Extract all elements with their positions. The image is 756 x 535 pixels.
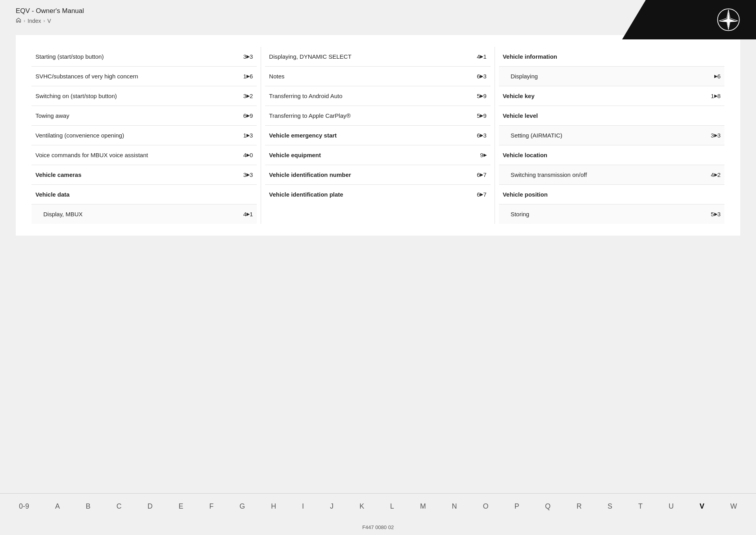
alpha-A[interactable]: A — [52, 501, 63, 512]
main-content: Starting (start/stop button) 3▶3 SVHC/su… — [16, 35, 740, 236]
alpha-O[interactable]: O — [480, 501, 491, 512]
alpha-Q[interactable]: Q — [542, 501, 554, 512]
alpha-C[interactable]: C — [113, 501, 125, 512]
breadcrumb-current: V — [47, 18, 51, 24]
alpha-W[interactable]: W — [727, 501, 740, 512]
alpha-T[interactable]: T — [635, 501, 646, 512]
breadcrumb-sep-1: › — [24, 18, 25, 24]
col-3: Vehicle information Displaying ▶6 Vehicl… — [495, 47, 728, 224]
list-item[interactable]: Displaying, DYNAMIC SELECT 4▶1 — [265, 47, 490, 67]
alpha-F[interactable]: F — [206, 501, 217, 512]
alpha-L[interactable]: L — [387, 501, 397, 512]
alpha-P[interactable]: P — [511, 501, 522, 512]
alpha-E[interactable]: E — [176, 501, 187, 512]
alpha-09[interactable]: 0-9 — [16, 501, 32, 512]
list-item[interactable]: Transferring to Apple CarPlay® 5▶9 — [265, 106, 490, 126]
list-item[interactable]: Vehicle level — [499, 106, 724, 126]
bottom-section: 0-9 A B C D E F G H I J K L M N O P Q R … — [0, 522, 756, 535]
alpha-J[interactable]: J — [327, 501, 337, 512]
list-item[interactable]: Vehicle cameras 3▶3 — [32, 165, 257, 185]
list-item[interactable]: Storing 5▶3 — [499, 204, 724, 224]
list-item[interactable]: Vehicle key 1▶8 — [499, 86, 724, 106]
logo-area — [622, 0, 756, 39]
list-item[interactable]: Display, MBUX 4▶1 — [32, 204, 257, 224]
alpha-K[interactable]: K — [356, 501, 367, 512]
breadcrumb-index[interactable]: Index — [28, 18, 41, 24]
alpha-M[interactable]: M — [417, 501, 429, 512]
list-item[interactable]: Vehicle emergency start 6▶3 — [265, 126, 490, 145]
list-item[interactable]: Vehicle identification number 6▶7 — [265, 165, 490, 185]
list-item[interactable]: Switching transmission on/off 4▶2 — [499, 165, 724, 185]
list-item[interactable]: Vehicle identification plate 6▶7 — [265, 185, 490, 204]
list-item[interactable]: Switching on (start/stop button) 3▶2 — [32, 86, 257, 106]
list-item[interactable]: Setting (AIRMATIC) 3▶3 — [499, 126, 724, 145]
list-item[interactable]: Vehicle information — [499, 47, 724, 67]
list-item[interactable]: Vehicle equipment 9▶ — [265, 145, 490, 165]
list-item[interactable]: Voice commands for MBUX voice assistant … — [32, 145, 257, 165]
mercedes-star-icon — [717, 8, 740, 32]
alpha-G[interactable]: G — [236, 501, 248, 512]
index-grid: Starting (start/stop button) 3▶3 SVHC/su… — [28, 47, 728, 224]
alpha-N[interactable]: N — [449, 501, 460, 512]
alpha-I[interactable]: I — [299, 501, 307, 512]
list-item[interactable]: Vehicle data — [32, 185, 257, 204]
home-icon[interactable] — [16, 17, 21, 24]
list-item[interactable]: Displaying ▶6 — [499, 67, 724, 86]
alpha-V[interactable]: V — [697, 501, 708, 512]
list-item[interactable]: Vehicle position — [499, 185, 724, 204]
list-item[interactable]: Towing away 6▶9 — [32, 106, 257, 126]
alphabet-nav: 0-9 A B C D E F G H I J K L M N O P Q R … — [0, 493, 756, 519]
col-2: Displaying, DYNAMIC SELECT 4▶1 Notes 6▶3… — [261, 47, 495, 224]
breadcrumb: › Index › V — [16, 17, 84, 24]
list-item[interactable]: Transferring to Android Auto 5▶9 — [265, 86, 490, 106]
col-1: Starting (start/stop button) 3▶3 SVHC/su… — [28, 47, 261, 224]
alpha-B[interactable]: B — [83, 501, 94, 512]
alpha-S[interactable]: S — [604, 501, 615, 512]
header-left: EQV - Owner's Manual › Index › V — [16, 7, 84, 24]
list-item[interactable]: Starting (start/stop button) 3▶3 — [32, 47, 257, 67]
page-title: EQV - Owner's Manual — [16, 7, 84, 15]
header: EQV - Owner's Manual › Index › V — [0, 0, 756, 28]
alpha-R[interactable]: R — [573, 501, 585, 512]
list-item[interactable]: Ventilating (convenience opening) 1▶3 — [32, 126, 257, 145]
alpha-H[interactable]: H — [268, 501, 279, 512]
list-item[interactable]: Notes 6▶3 — [265, 67, 490, 86]
alpha-D[interactable]: D — [145, 501, 156, 512]
list-item[interactable]: SVHC/substances of very high concern 1▶6 — [32, 67, 257, 86]
alpha-U[interactable]: U — [665, 501, 677, 512]
breadcrumb-sep-2: › — [43, 18, 45, 24]
list-item[interactable]: Vehicle location — [499, 145, 724, 165]
footer-code: F447 0080 02 — [0, 522, 756, 535]
